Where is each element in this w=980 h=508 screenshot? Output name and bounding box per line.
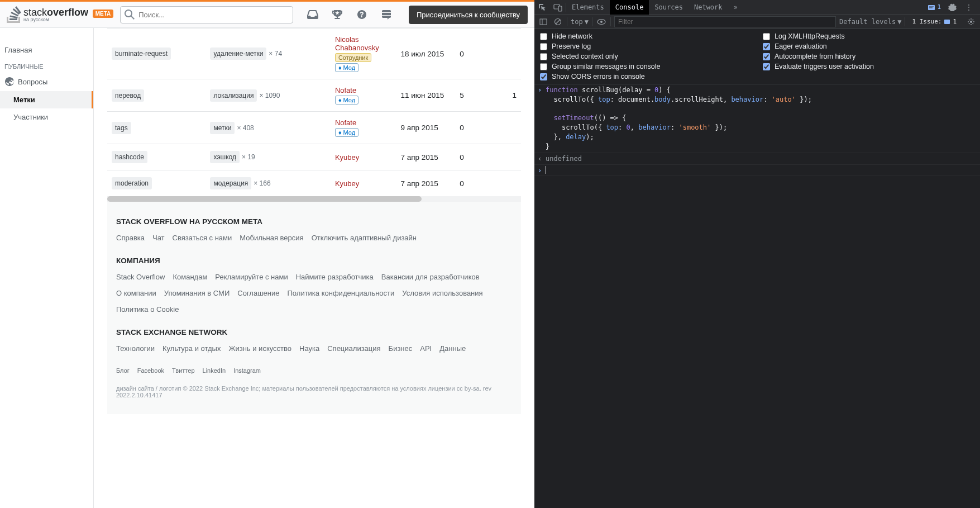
user-link[interactable]: Kyubey — [335, 179, 359, 188]
setting-checkbox[interactable]: Autocomplete from history — [763, 53, 974, 60]
context-select[interactable]: top ▼ — [571, 18, 589, 26]
checkbox-input[interactable] — [763, 53, 770, 60]
target-tag[interactable]: удаление-метки — [210, 48, 266, 60]
scrollbar-thumb[interactable] — [107, 196, 422, 202]
footer-link[interactable]: Чат — [152, 234, 165, 242]
setting-checkbox[interactable]: Eager evaluation — [763, 42, 974, 50]
device-icon[interactable] — [550, 0, 566, 15]
horizontal-scrollbar[interactable] — [107, 196, 521, 202]
setting-checkbox[interactable]: Show CORS errors in console — [540, 73, 752, 80]
filter-input[interactable] — [614, 16, 836, 27]
setting-checkbox[interactable]: Evaluate triggers user activation — [763, 63, 974, 70]
checkbox-input[interactable] — [540, 33, 547, 40]
footer-link[interactable]: Жизнь и искусство — [228, 344, 291, 353]
target-tag[interactable]: метки — [210, 122, 235, 134]
footer-link[interactable]: Связаться с нами — [173, 234, 232, 242]
footer-link[interactable]: О компании — [116, 289, 156, 297]
checkbox-input[interactable] — [540, 63, 547, 70]
footer-link[interactable]: Специализация — [327, 344, 380, 353]
console-output[interactable]: function scrollBug(delay = 0) { scrollTo… — [534, 84, 980, 508]
target-tag[interactable]: хэшкод — [210, 151, 240, 163]
nav-tags[interactable]: Метки — [0, 91, 93, 108]
devtools-tab-sources[interactable]: Sources — [649, 0, 689, 15]
setting-checkbox[interactable]: Log XMLHttpRequests — [763, 32, 974, 40]
search-box — [120, 6, 293, 23]
footer-link[interactable]: Рекламируйте с нами — [215, 273, 288, 281]
levels-select[interactable]: Default levels ▼ — [839, 18, 901, 26]
search-input[interactable] — [120, 6, 293, 23]
source-tag[interactable]: moderation — [112, 177, 152, 189]
nav-users[interactable]: Участники — [0, 108, 93, 126]
footer-link[interactable]: Твиттер — [172, 367, 194, 374]
footer-link[interactable]: Наука — [299, 344, 319, 353]
footer-link[interactable]: Stack Overflow — [116, 273, 165, 281]
footer-link[interactable]: Отключить адаптивный дизайн — [312, 234, 417, 242]
footer-link[interactable]: Блог — [116, 367, 130, 374]
inbox-icon[interactable] — [302, 4, 324, 25]
footer-link[interactable]: Условия использования — [402, 289, 482, 297]
source-tag[interactable]: tags — [112, 122, 131, 134]
devtools-more-tabs[interactable]: » — [728, 0, 743, 15]
settings-icon[interactable] — [944, 0, 960, 15]
setting-checkbox[interactable]: Group similar messages in console — [540, 63, 752, 70]
checkbox-input[interactable] — [763, 43, 770, 50]
checkbox-input[interactable] — [540, 43, 547, 50]
clear-console-icon[interactable] — [552, 16, 563, 27]
live-expression-icon[interactable] — [596, 16, 607, 27]
checkbox-input[interactable] — [763, 63, 770, 70]
user-link[interactable]: Nicolas Chabanovsky — [335, 35, 379, 52]
target-tag[interactable]: модерация — [210, 177, 251, 189]
setting-checkbox[interactable]: Preserve log — [540, 42, 752, 50]
nav-home[interactable]: Главная — [0, 41, 93, 59]
join-button[interactable]: Присоединиться к сообществу — [409, 6, 528, 24]
user-link[interactable]: Kyubey — [335, 153, 359, 162]
devtools-tab-elements[interactable]: Elements — [566, 0, 610, 15]
footer-link[interactable]: Данные — [439, 344, 466, 353]
footer-link[interactable]: Instagram — [233, 367, 261, 374]
help-icon[interactable] — [351, 4, 373, 25]
footer-link[interactable]: Упоминания в СМИ — [164, 289, 230, 297]
footer-link[interactable]: Политика о Cookie — [116, 305, 179, 314]
menu-icon[interactable]: ⋮ — [961, 0, 977, 15]
source-tag[interactable]: перевод — [112, 89, 144, 102]
sidebar-toggle-icon[interactable] — [538, 16, 549, 27]
devtools-tab-network[interactable]: Network — [689, 0, 728, 15]
target-tag[interactable]: локализация — [210, 89, 257, 102]
footer-link[interactable]: Facebook — [137, 367, 164, 374]
footer-link[interactable]: Вакансии для разработчиков — [381, 273, 480, 281]
source-tag[interactable]: hashcode — [112, 151, 147, 163]
checkbox-input[interactable] — [540, 53, 547, 60]
site-header: stackoverflow META на русском — [0, 0, 534, 28]
footer-link[interactable]: Командам — [173, 273, 207, 281]
footer-link[interactable]: Наймите разработчика — [296, 273, 374, 281]
footer-link[interactable]: Политика конфиденциальности — [288, 289, 395, 297]
footer-link[interactable]: Культура и отдых — [162, 344, 221, 353]
setting-checkbox[interactable]: Selected context only — [540, 53, 752, 60]
inspect-icon[interactable] — [534, 0, 550, 15]
setting-checkbox[interactable]: Hide network — [540, 32, 752, 40]
footer-link[interactable]: LinkedIn — [203, 367, 226, 374]
console-prompt[interactable] — [534, 165, 980, 175]
date-cell: 11 июн 2015 — [396, 79, 456, 112]
checkbox-input[interactable] — [763, 33, 770, 40]
achievements-icon[interactable] — [326, 4, 348, 25]
footer-link[interactable]: Мобильная версия — [240, 234, 303, 242]
footer-link[interactable]: Соглашение — [237, 289, 279, 297]
checkbox-input[interactable] — [540, 73, 547, 80]
date-cell: 7 апр 2015 — [396, 170, 456, 197]
user-link[interactable]: Nofate — [335, 86, 356, 94]
logo[interactable]: stackoverflow META на русском — [7, 6, 113, 23]
issues-indicator[interactable]: 1 Issue: 1 — [909, 18, 960, 25]
settings-gear-icon[interactable] — [965, 16, 977, 27]
footer-link[interactable]: Технологии — [116, 344, 155, 353]
issues-badge[interactable]: 1 — [925, 3, 943, 11]
nav-questions[interactable]: Вопросы — [0, 72, 93, 91]
devtools-tab-console[interactable]: Console — [610, 0, 649, 15]
stackexchange-icon[interactable] — [375, 4, 398, 25]
footer-link[interactable]: API — [420, 344, 432, 353]
footer-link[interactable]: Бизнес — [389, 344, 413, 353]
chevron-down-icon: ▼ — [897, 18, 901, 26]
source-tag[interactable]: burninate-request — [112, 48, 171, 60]
user-link[interactable]: Nofate — [335, 118, 356, 127]
footer-link[interactable]: Справка — [116, 234, 145, 242]
